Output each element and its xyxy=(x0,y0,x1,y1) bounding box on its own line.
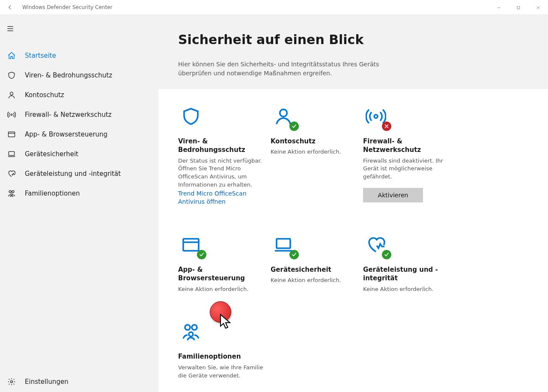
card-link[interactable]: Trend Micro OfficeScan Antivirus öffnen xyxy=(178,190,271,206)
status-ok-icon xyxy=(197,250,206,259)
titlebar: Windows Defender Security Center xyxy=(0,0,548,15)
card-status: Keine Aktion erforderlich. xyxy=(178,285,271,294)
sidebar-item-settings[interactable]: Einstellungen xyxy=(0,371,158,392)
gear-icon xyxy=(7,377,16,386)
heart-icon xyxy=(7,169,16,178)
minimize-button[interactable] xyxy=(489,0,509,15)
back-button[interactable] xyxy=(0,0,21,15)
sidebar-item-label: Kontoschutz xyxy=(25,91,64,99)
card-status: Firewalls sind deaktiviert. Ihr Gerät is… xyxy=(363,157,456,181)
person-icon xyxy=(7,90,16,100)
page-subtitle: Hier können Sie den Sicherheits- und Int… xyxy=(178,60,405,78)
page-title: Sicherheit auf einen Blick xyxy=(178,32,528,47)
sidebar-item-device-performance[interactable]: Geräteleistung und -integrität xyxy=(0,164,158,184)
close-icon xyxy=(535,5,541,11)
sidebar-item-label: Viren- & Bedrohungsschutz xyxy=(25,71,112,79)
sidebar-item-label: Gerätesicherheit xyxy=(25,150,78,158)
window-controls xyxy=(489,0,548,15)
shield-icon xyxy=(7,71,16,80)
card-title: Gerätesicherheit xyxy=(271,265,363,274)
card-virus[interactable]: Viren- & Bedrohungsschutz Der Status ist… xyxy=(178,104,271,206)
laptop-icon xyxy=(7,149,16,159)
heart-icon xyxy=(363,232,389,258)
hamburger-icon xyxy=(6,24,15,33)
sidebar-item-family[interactable]: Familienoptionen xyxy=(0,184,158,203)
card-title: Firewall- & Netzwerkschutz xyxy=(363,137,456,154)
card-status: Keine Aktion erforderlich. xyxy=(271,148,363,156)
maximize-button[interactable] xyxy=(509,0,528,15)
card-status: Der Status ist nicht verfügbar. Öffnen S… xyxy=(178,157,271,189)
antenna-icon xyxy=(7,110,16,119)
card-device-security[interactable]: Gerätesicherheit Keine Aktion erforderli… xyxy=(271,232,363,293)
shield-icon xyxy=(178,104,204,129)
card-title: Kontoschutz xyxy=(271,137,363,146)
status-bad-icon xyxy=(382,122,391,131)
laptop-icon xyxy=(271,232,296,258)
antenna-icon xyxy=(363,104,389,129)
card-device-performance[interactable]: Geräteleistung und -integrität Keine Akt… xyxy=(363,232,456,293)
sidebar-item-label: Familienoptionen xyxy=(25,190,80,197)
card-title: Familienoptionen xyxy=(178,352,271,361)
browser-icon xyxy=(7,130,16,139)
family-icon xyxy=(7,189,16,198)
minimize-icon xyxy=(496,5,502,11)
card-status: Keine Aktion erforderlich. xyxy=(271,276,363,285)
hamburger-button[interactable] xyxy=(0,18,21,39)
browser-icon xyxy=(178,232,204,258)
back-icon xyxy=(7,4,14,11)
card-title: Viren- & Bedrohungsschutz xyxy=(178,137,271,154)
family-icon xyxy=(178,319,204,344)
home-icon xyxy=(7,51,16,60)
status-ok-icon xyxy=(289,122,299,131)
sidebar-item-label: Firewall- & Netzwerkschutz xyxy=(25,111,112,119)
cards-grid: Viren- & Bedrohungsschutz Der Status ist… xyxy=(178,104,528,392)
sidebar-item-device-security[interactable]: Gerätesicherheit xyxy=(0,144,158,164)
window-title: Windows Defender Security Center xyxy=(21,4,112,10)
sidebar-item-label: Startseite xyxy=(25,52,56,59)
sidebar-item-firewall[interactable]: Firewall- & Netzwerkschutz xyxy=(0,105,158,125)
sidebar-item-label: Geräteleistung und -integrität xyxy=(25,170,121,178)
sidebar-item-label: App- & Browsersteuerung xyxy=(25,131,107,138)
sidebar-item-home[interactable]: Startseite xyxy=(0,46,158,65)
main: Sicherheit auf einen Blick Hier können S… xyxy=(158,15,548,392)
sidebar-item-label: Einstellungen xyxy=(25,378,68,386)
sidebar-item-account[interactable]: Kontoschutz xyxy=(0,85,158,105)
card-firewall[interactable]: Firewall- & Netzwerkschutz Firewalls sin… xyxy=(363,104,456,206)
card-account[interactable]: Kontoschutz Keine Aktion erforderlich. xyxy=(271,104,363,206)
card-appbrowser[interactable]: App- & Browsersteuerung Keine Aktion erf… xyxy=(178,232,271,293)
status-ok-icon xyxy=(289,250,299,259)
nav: Startseite Viren- & Bedrohungsschutz Kon… xyxy=(0,46,158,371)
sidebar: Startseite Viren- & Bedrohungsschutz Kon… xyxy=(0,15,158,392)
card-status: Keine Aktion erforderlich. xyxy=(363,285,456,294)
status-ok-icon xyxy=(382,250,391,259)
card-title: Geräteleistung und -integrität xyxy=(363,265,456,283)
person-icon xyxy=(271,104,296,129)
page-header: Sicherheit auf einen Blick Hier können S… xyxy=(158,15,548,89)
card-family[interactable]: Familienoptionen Verwalten Sie, wie Ihre… xyxy=(178,319,271,380)
activate-button[interactable]: Aktivieren xyxy=(363,188,423,202)
sidebar-item-virus[interactable]: Viren- & Bedrohungsschutz xyxy=(0,65,158,85)
cards-area: Viren- & Bedrohungsschutz Der Status ist… xyxy=(158,89,548,392)
close-button[interactable] xyxy=(528,0,548,15)
card-title: App- & Browsersteuerung xyxy=(178,265,271,283)
card-status: Verwalten Sie, wie Ihre Familie die Gerä… xyxy=(178,364,271,380)
maximize-icon xyxy=(515,5,521,11)
sidebar-item-appbrowser[interactable]: App- & Browsersteuerung xyxy=(0,125,158,144)
